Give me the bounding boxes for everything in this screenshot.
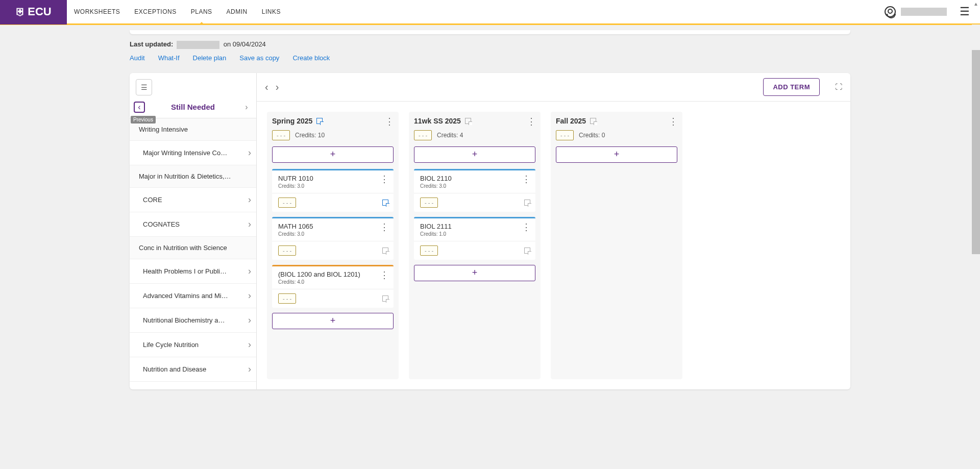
add-term-button[interactable]: ADD TERM (763, 78, 820, 96)
course-card-top: (BIOL 1200 and BIOL 1201)Credits: 4.0⋮ (272, 266, 394, 289)
terms-next-icon[interactable]: › (276, 81, 279, 93)
chevron-right-icon: › (248, 266, 251, 277)
terms-prev-icon[interactable]: ‹ (265, 81, 268, 93)
term-header: Fall 2025⋮ (556, 117, 677, 126)
course-card[interactable]: BIOL 2111Credits: 1.0⋮- - - (414, 217, 535, 260)
note-icon[interactable] (382, 248, 388, 254)
link-delete-plan[interactable]: Delete plan (193, 54, 227, 62)
link-save-as-copy[interactable]: Save as copy (239, 54, 279, 62)
course-status-box[interactable]: - - - (278, 198, 296, 208)
nav-exceptions[interactable]: EXCEPTIONS (134, 0, 176, 23)
term-menu-icon[interactable]: ⋮ (669, 117, 677, 126)
sidebar-prev-button[interactable]: ‹ (134, 102, 145, 113)
course-card-top: BIOL 2111Credits: 1.0⋮ (414, 218, 535, 241)
course-menu-icon[interactable]: ⋮ (380, 223, 388, 237)
course-card[interactable]: MATH 1065Credits: 3.0⋮- - - (272, 217, 394, 260)
course-menu-icon[interactable]: ⋮ (522, 223, 530, 237)
sidebar-item[interactable]: Nutrition and Disease› (130, 357, 256, 382)
course-status-box[interactable]: - - - (278, 245, 296, 256)
term-status-box[interactable]: - - - (556, 130, 574, 140)
course-menu-icon[interactable]: ⋮ (380, 175, 388, 189)
link-create-block[interactable]: Create block (292, 54, 330, 62)
header-right: ☰ (885, 5, 980, 18)
sidebar-item[interactable]: Major Writing Intensive Co…› (130, 141, 256, 165)
chevron-right-icon: › (248, 194, 251, 205)
sidebar-item[interactable]: Health Problems I or Publi…› (130, 259, 256, 284)
add-course-button[interactable]: + (272, 146, 394, 163)
nav-worksheets[interactable]: WORKSHEETS (74, 0, 120, 23)
term-column: Fall 2025⋮- - -Credits: 0+ (551, 112, 682, 379)
note-icon[interactable] (524, 200, 530, 206)
course-status-box[interactable]: - - - (278, 293, 296, 304)
course-card[interactable]: NUTR 1010Credits: 3.0⋮- - - (272, 169, 394, 212)
nav-admin[interactable]: ADMIN (227, 0, 248, 23)
add-course-button-bottom[interactable]: + (414, 265, 535, 281)
terms-header: ‹ › ADD TERM ⛶ (257, 73, 850, 102)
note-icon[interactable] (382, 200, 388, 206)
chevron-right-icon: › (248, 339, 251, 350)
terms-area: ‹ › ADD TERM ⛶ Spring 2025⋮- - -Credits:… (257, 73, 850, 389)
chevron-right-icon: › (248, 388, 251, 389)
course-status-box[interactable]: - - - (420, 245, 438, 256)
sidebar-item[interactable]: Topics in Nutrition› (130, 382, 256, 389)
term-sub: - - -Credits: 0 (556, 130, 677, 140)
note-icon[interactable] (465, 118, 471, 124)
sidebar-item-label: Health Problems I or Publi… (143, 267, 227, 275)
nav-plans[interactable]: PLANS (191, 0, 212, 23)
course-card[interactable]: (BIOL 1200 and BIOL 1201)Credits: 4.0⋮- … (272, 265, 394, 308)
sidebar-item[interactable]: Nutritional Biochemistry a…› (130, 308, 256, 333)
term-sub: - - -Credits: 10 (272, 130, 394, 140)
term-menu-icon[interactable]: ⋮ (527, 117, 535, 126)
sidebar-title: Still Needed (171, 103, 215, 111)
sidebar: ☰ ‹ Still Needed › Previous Writing Inte… (130, 73, 257, 389)
course-menu-icon[interactable]: ⋮ (522, 175, 530, 189)
course-title: (BIOL 1200 and BIOL 1201) (278, 270, 360, 278)
sidebar-item[interactable]: COGNATES› (130, 212, 256, 237)
sidebar-toggle-button[interactable]: ☰ (136, 79, 152, 95)
course-status-box[interactable]: - - - (420, 198, 438, 208)
vertical-scrollbar[interactable] (972, 24, 980, 392)
add-course-button[interactable]: + (556, 146, 677, 163)
link-whatif[interactable]: What-If (158, 54, 180, 62)
course-credits: Credits: 1.0 (420, 231, 452, 237)
menu-icon[interactable]: ☰ (960, 5, 970, 18)
sidebar-top: ☰ (130, 73, 256, 102)
course-title: BIOL 2111 (420, 223, 452, 230)
expand-icon[interactable]: ⛶ (835, 83, 842, 91)
add-course-button[interactable]: + (414, 146, 535, 163)
course-menu-icon[interactable]: ⋮ (380, 270, 388, 285)
course-card-bottom: - - - (272, 193, 394, 212)
sidebar-next-button[interactable]: › (241, 102, 252, 113)
sidebar-item-label: Nutritional Biochemistry a… (143, 316, 225, 324)
sidebar-item[interactable]: Advanced Vitamins and Mi…› (130, 284, 256, 308)
term-status-box[interactable]: - - - (414, 130, 432, 140)
note-icon[interactable] (524, 248, 530, 254)
sidebar-item-label: CORE (143, 196, 162, 204)
course-card-bottom: - - - (414, 241, 535, 260)
sidebar-item-label: Major Writing Intensive Co… (143, 149, 227, 157)
term-credits: Credits: 10 (295, 132, 325, 139)
link-audit[interactable]: Audit (130, 54, 145, 62)
app-header: ⛨ ECU WORKSHEETS EXCEPTIONS PLANS ADMIN … (0, 0, 980, 25)
nav-links[interactable]: LINKS (262, 0, 281, 23)
course-card[interactable]: BIOL 2110Credits: 3.0⋮- - - (414, 169, 535, 212)
course-title: BIOL 2110 (420, 175, 452, 182)
term-status-box[interactable]: - - - (272, 130, 290, 140)
user-icon[interactable] (885, 6, 896, 17)
note-icon[interactable] (382, 295, 388, 302)
last-updated-date: on 09/04/2024 (224, 40, 266, 48)
scroll-up-arrow[interactable]: ▲ (973, 1, 978, 7)
course-credits: Credits: 3.0 (278, 183, 313, 189)
add-course-button-bottom[interactable]: + (272, 313, 394, 329)
note-icon[interactable] (590, 118, 596, 124)
note-icon[interactable] (316, 118, 323, 124)
sidebar-item[interactable]: Life Cycle Nutrition› (130, 333, 256, 357)
course-credits: Credits: 4.0 (278, 279, 360, 285)
sidebar-item[interactable]: CORE› (130, 188, 256, 212)
logo[interactable]: ⛨ ECU (0, 0, 67, 24)
term-menu-icon[interactable]: ⋮ (385, 117, 394, 126)
course-card-top: NUTR 1010Credits: 3.0⋮ (272, 170, 394, 193)
course-title: NUTR 1010 (278, 175, 313, 182)
scrollbar-thumb[interactable] (972, 50, 980, 254)
course-title: MATH 1065 (278, 223, 313, 230)
